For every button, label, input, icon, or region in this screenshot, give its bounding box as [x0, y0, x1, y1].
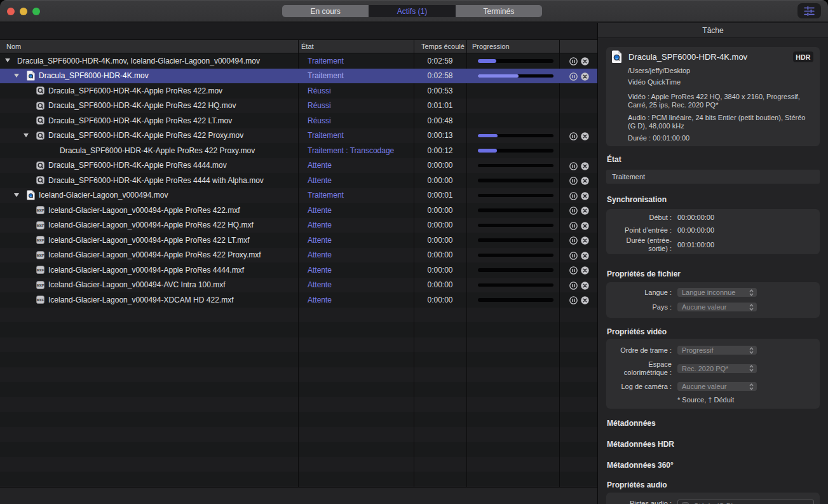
cancel-job-button[interactable] — [581, 161, 589, 170]
cancel-job-button[interactable] — [581, 176, 589, 184]
column-header-temps-ecoule[interactable]: Temps écoulé — [421, 40, 465, 53]
pause-job-button[interactable] — [569, 161, 578, 170]
job-row[interactable]: Iceland-Glacier-Lagoon_v000494.movTraite… — [0, 188, 597, 203]
pause-job-button[interactable] — [569, 266, 578, 274]
tab-en-cours[interactable]: En cours — [282, 5, 369, 17]
pause-job-button[interactable] — [569, 191, 578, 200]
progress-bar — [478, 179, 553, 182]
mxf-file-icon: MXF — [36, 266, 44, 274]
column-header-etat[interactable]: État — [301, 40, 314, 53]
job-elapsed-time: 0:00:48 — [414, 113, 466, 128]
pause-job-button[interactable] — [569, 57, 578, 65]
job-row[interactable]: Dracula_SPF6000-HDR-4K-Apple ProRes 422 … — [0, 99, 597, 114]
pause-job-button[interactable] — [569, 236, 578, 244]
pays-dropdown[interactable]: Aucune valeur — [677, 303, 757, 311]
disclosure-triangle-icon[interactable] — [5, 58, 10, 62]
job-row[interactable]: Dracula_SPF6000-HDR-4K.mov, Iceland-Glac… — [0, 53, 597, 69]
cancel-icon — [581, 162, 589, 170]
disclosure-triangle-icon[interactable] — [24, 133, 29, 137]
job-status: Attente — [308, 262, 332, 278]
cancel-job-button[interactable] — [581, 206, 589, 214]
job-row[interactable]: Dracula_SPF6000-HDR-4K-Apple ProRes 422 … — [0, 128, 597, 144]
cancel-icon — [581, 282, 589, 290]
pause-job-button[interactable] — [569, 132, 578, 140]
cancel-job-button[interactable] — [581, 72, 589, 80]
job-row[interactable]: Dracula_SPF6000-HDR-4K-Apple ProRes 422 … — [0, 113, 597, 128]
pause-job-button[interactable] — [569, 251, 578, 259]
column-header-nom[interactable]: Nom — [6, 40, 21, 53]
langue-dropdown[interactable]: Langue inconnue — [677, 288, 757, 297]
cancel-icon — [581, 222, 589, 230]
cancel-job-button[interactable] — [581, 221, 589, 229]
job-elapsed-time: 0:00:00 — [414, 173, 466, 188]
job-row[interactable]: MXFIceland-Glacier-Lagoon_v000494-Apple … — [0, 248, 597, 263]
job-row[interactable]: MXFIceland-Glacier-Lagoon_v000494-XDCAM … — [0, 292, 597, 308]
cancel-job-button[interactable] — [581, 191, 589, 200]
section-header-synchronisation: Synchronisation — [607, 195, 667, 204]
sync-debut-label: Début : — [606, 214, 672, 222]
pause-job-button[interactable] — [569, 281, 578, 289]
cancel-job-button[interactable] — [581, 57, 589, 65]
job-name: Dracula_SPF6000-HDR-4K-Apple ProRes 4444… — [48, 173, 264, 188]
job-name: Dracula_SPF6000-HDR-4K-Apple ProRes 422 … — [60, 143, 255, 158]
job-status: Attente — [308, 233, 332, 248]
cancel-job-button[interactable] — [581, 296, 589, 304]
cancel-job-button[interactable] — [581, 132, 589, 140]
zoom-window-button[interactable] — [32, 8, 40, 15]
pause-icon — [569, 177, 578, 185]
pistes-audio-label: Pistes audio : — [606, 500, 672, 504]
job-status: Réussi — [308, 83, 331, 99]
job-row[interactable]: MXFIceland-Glacier-Lagoon_v000494-Apple … — [0, 218, 597, 233]
job-row[interactable]: Dracula_SPF6000-HDR-4K-Apple ProRes 4444… — [0, 158, 597, 174]
ordre-trame-dropdown[interactable]: Progressif — [677, 346, 757, 355]
cancel-icon — [581, 72, 589, 81]
svg-text:MXF: MXF — [37, 253, 44, 257]
log-camera-dropdown[interactable]: Aucune valeur — [677, 382, 757, 391]
job-row[interactable]: Dracula_SPF6000-HDR-4K-Apple ProRes 422.… — [0, 83, 597, 99]
title-bar: En cours Actifs (1) Terminés — [0, 0, 828, 22]
close-window-button[interactable] — [7, 8, 15, 15]
job-row[interactable]: MXFIceland-Glacier-Lagoon_v000494-AVC In… — [0, 278, 597, 293]
job-row[interactable]: MXFIceland-Glacier-Lagoon_v000494-Apple … — [0, 203, 597, 218]
column-header-progression[interactable]: Progression — [472, 40, 510, 53]
pause-job-button[interactable] — [569, 72, 578, 80]
progress-bar — [478, 224, 553, 228]
stepper-icon — [749, 346, 754, 355]
disclosure-triangle-icon[interactable] — [14, 193, 19, 197]
quicktime-file-icon — [36, 102, 44, 110]
job-elapsed-time: 0:00:13 — [414, 128, 466, 144]
movie-file-icon — [27, 191, 35, 200]
job-row[interactable]: Dracula_SPF6000-HDR-4K-Apple ProRes 4444… — [0, 173, 597, 188]
pause-job-button[interactable] — [569, 176, 578, 184]
tab-termines[interactable]: Terminés — [456, 5, 542, 17]
tab-actifs[interactable]: Actifs (1) — [369, 5, 455, 17]
log-camera-label: Log de caméra : — [606, 383, 672, 391]
file-name: Dracula_SPF6000-HDR-4K.mov — [628, 52, 793, 62]
pause-job-button[interactable] — [569, 221, 578, 229]
inspector-toggle-button[interactable] — [797, 3, 821, 18]
cancel-job-button[interactable] — [581, 266, 589, 274]
pistes-audio-field[interactable]: Stéréo (G D) — [677, 500, 814, 504]
progress-bar — [478, 254, 553, 257]
cancel-job-button[interactable] — [581, 281, 589, 289]
pause-job-button[interactable] — [569, 296, 578, 304]
cancel-job-button[interactable] — [581, 236, 589, 244]
cancel-job-button[interactable] — [581, 251, 589, 259]
stepper-icon — [749, 383, 754, 391]
job-row[interactable]: Dracula_SPF6000-HDR-4K-Apple ProRes 422 … — [0, 143, 597, 158]
file-kind: Vidéo QuickTime — [628, 78, 812, 86]
disclosure-triangle-icon[interactable] — [14, 74, 19, 78]
progress-bar — [478, 164, 553, 168]
job-row[interactable]: MXFIceland-Glacier-Lagoon_v000494-Apple … — [0, 262, 597, 278]
pause-icon — [569, 207, 578, 215]
job-row[interactable]: Dracula_SPF6000-HDR-4K.movTraitement0:02… — [0, 69, 597, 84]
file-video-info: Vidéo : Apple ProRes 422 HQ, 3840 x 2160… — [628, 93, 812, 109]
cancel-icon — [581, 296, 589, 304]
minimize-window-button[interactable] — [20, 8, 27, 15]
espace-colorimetrique-dropdown[interactable]: Rec. 2020 PQ* — [677, 364, 757, 373]
job-name: Dracula_SPF6000-HDR-4K-Apple ProRes 422 … — [48, 128, 243, 144]
progress-bar — [478, 134, 553, 138]
job-row[interactable]: MXFIceland-Glacier-Lagoon_v000494-Apple … — [0, 233, 597, 248]
pause-job-button[interactable] — [569, 206, 578, 214]
cancel-icon — [581, 266, 589, 275]
